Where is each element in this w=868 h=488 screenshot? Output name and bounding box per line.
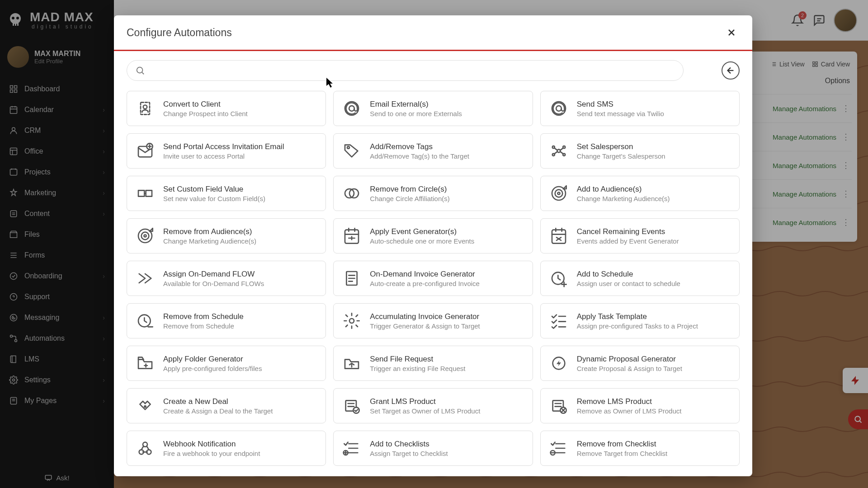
card-subtitle: Remove Target from Checklist [577,450,668,457]
automation-card-create-a-new-deal[interactable]: Create a New DealCreate & Assign a Deal … [127,388,326,423]
automation-card-remove-from-checklist[interactable]: Remove from ChecklistRemove Target from … [540,431,740,466]
gearbolt-icon [549,353,569,373]
automation-card-remove-from-audience-s-[interactable]: Remove from Audience(s)Change Marketing … [127,218,326,253]
automation-card-remove-lms-product[interactable]: Remove LMS ProductRemove as Owner of LMS… [540,388,740,423]
automation-card-set-salesperson[interactable]: Set SalespersonChange Target's Salespers… [540,133,740,169]
automation-card-apply-event-generator-s-[interactable]: Apply Event Generator(s)Auto-schedule on… [333,218,533,253]
svg-point-56 [137,67,143,73]
card-title: Add/Remove Tags [370,142,469,151]
automation-card-add-to-checklists[interactable]: Add to ChecklistsAssign Target to Checkl… [333,431,533,466]
card-subtitle: Create & Assign a Deal to the Target [163,407,273,415]
at-icon [342,99,362,118]
automation-card-remove-from-schedule[interactable]: Remove from ScheduleRemove from Schedule [127,303,326,338]
search-input[interactable] [151,66,675,75]
card-subtitle: Trigger an existing File Request [370,365,465,372]
automation-card-send-file-request[interactable]: Send File RequestTrigger an existing Fil… [333,346,533,381]
close-button[interactable] [723,24,740,41]
svg-line-75 [554,148,557,150]
svg-rect-80 [146,190,152,196]
automation-card-assign-on-demand-flow[interactable]: Assign On-Demand FLOWAvailable for On-De… [127,261,326,296]
card-subtitle: Assign user or contact to schedule [577,280,680,287]
card-subtitle: Create Proposal & Assign to Target [577,365,682,372]
card-title: Remove from Audience(s) [163,227,256,236]
at-icon [549,99,569,118]
card-title: Create a New Deal [163,397,273,406]
automation-card-apply-folder-generator[interactable]: Apply Folder GeneratorApply pre-configur… [127,346,326,381]
card-title: Webhook Notification [163,440,260,449]
card-title: Remove from Checklist [577,440,668,449]
automation-card-grant-lms-product[interactable]: Grant LMS ProductSet Target as Owner of … [333,388,533,423]
card-title: Remove from Schedule [163,312,244,321]
modal-header: Configure Automations [114,15,752,51]
card-title: Dynamic Proposal Generator [577,355,682,364]
card-subtitle: Events added by Event Generator [577,237,679,245]
tag-icon [342,141,362,161]
invoice-icon [342,268,362,288]
automation-card-remove-from-circle-s-[interactable]: Remove from Circle(s)Change Circle Affil… [333,176,533,211]
svg-point-61 [345,102,359,115]
card-subtitle: Assign pre-configured Tasks to a Project [577,322,698,330]
svg-point-69 [347,146,349,149]
card-subtitle: Apply pre-configured folders/files [163,365,262,372]
webhook-icon [135,438,155,458]
card-title: Email External(s) [370,100,462,109]
circles-icon [342,183,362,203]
automation-card-send-portal-access-invitation-email[interactable]: Send Portal Access Invitation EmailInvit… [127,133,326,169]
back-button[interactable] [722,61,740,80]
card-subtitle: Invite user to access Portal [163,152,284,160]
card-title: Send File Request [370,355,465,364]
modal-title: Configure Automations [127,27,232,39]
automation-card-accumulating-invoice-generator[interactable]: Accumulating Invoice GeneratorTrigger Ge… [333,303,533,338]
card-subtitle: Add/Remove Tag(s) to the Target [370,152,469,160]
automation-card-cancel-remaining-events[interactable]: Cancel Remaining EventsEvents added by E… [540,218,740,253]
svg-line-77 [554,152,557,154]
svg-rect-98 [552,230,566,244]
automation-card-add-remove-tags[interactable]: Add/Remove TagsAdd/Remove Tag(s) to the … [333,133,533,169]
automation-card-set-custom-field-value[interactable]: Set Custom Field ValueSet new value for … [127,176,326,211]
card-subtitle: Remove as Owner of LMS Product [577,407,682,415]
card-title: Cancel Remaining Events [577,227,679,236]
customfield-icon [135,183,155,203]
target-icon [549,183,569,203]
svg-point-64 [556,106,561,111]
calgen-icon [342,226,362,246]
automation-card-email-external-s-[interactable]: Email External(s)Send to one or more Ext… [333,91,533,126]
automation-card-add-to-audience-s-[interactable]: Add to Audience(s)Change Marketing Audie… [540,176,740,211]
card-title: Apply Task Template [577,312,698,321]
card-title: Apply Event Generator(s) [370,227,474,236]
target-icon [135,226,155,246]
card-subtitle: Assign Target to Checklist [370,450,448,457]
svg-point-113 [349,319,354,323]
card-title: Remove from Circle(s) [370,185,449,194]
card-title: Apply Folder Generator [163,355,262,364]
card-subtitle: Change Circle Affiliation(s) [370,195,449,202]
automation-card-add-to-schedule[interactable]: Add to ScheduleAssign user or contact to… [540,261,740,296]
card-subtitle: Remove from Schedule [163,322,244,330]
card-title: Add to Audience(s) [577,185,670,194]
search-box[interactable] [127,60,684,81]
foldergen-icon [135,353,155,373]
automation-card-apply-task-template[interactable]: Apply Task TemplateAssign pre-configured… [540,303,740,338]
automation-card-webhook-notification[interactable]: Webhook NotificationFire a webhook to yo… [127,431,326,466]
mailplus-icon [135,141,155,161]
card-subtitle: Change Marketing Audience(s) [163,237,256,245]
card-title: Assign On-Demand FLOW [163,270,264,279]
card-title: Accumulating Invoice Generator [370,312,480,321]
automation-card-send-sms[interactable]: Send SMSSend text message via Twilio [540,91,740,126]
flow-icon [135,268,155,288]
card-title: Set Custom Field Value [163,185,265,194]
svg-line-57 [142,72,144,74]
automation-card-convert-to-client[interactable]: Convert to ClientChange Prospect into Cl… [127,91,326,126]
card-subtitle: Send to one or more Externals [370,110,462,117]
network-icon [549,141,569,161]
automation-card-on-demand-invoice-generator[interactable]: On-Demand Invoice GeneratorAuto-create a… [333,261,533,296]
handshake-icon [135,396,155,416]
card-title: Set Salesperson [577,142,665,151]
svg-point-63 [552,102,566,115]
svg-point-62 [349,106,354,111]
svg-point-86 [557,192,560,195]
lmsgrant-icon [342,396,362,416]
automation-card-dynamic-proposal-generator[interactable]: Dynamic Proposal GeneratorCreate Proposa… [540,346,740,381]
card-subtitle: Auto-create a pre-configured Invoice [370,280,480,287]
svg-point-90 [144,235,146,237]
